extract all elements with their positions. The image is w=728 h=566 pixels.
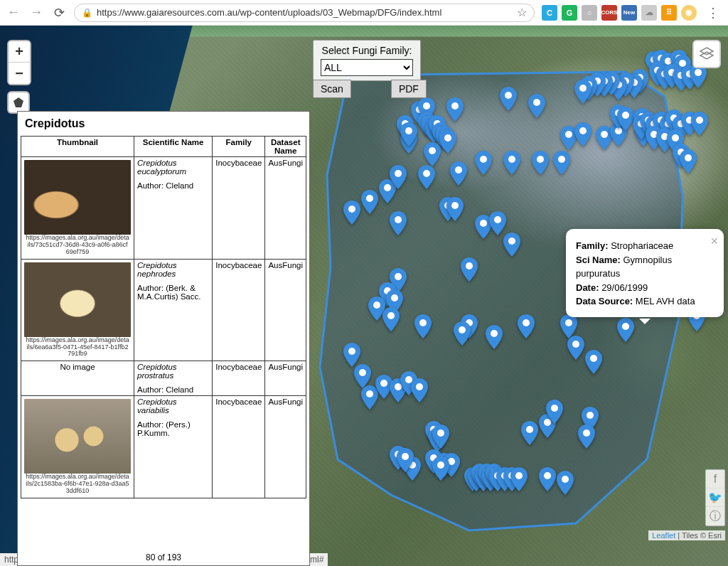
- ext-icon[interactable]: CORS: [601, 5, 617, 21]
- map-marker[interactable]: [567, 336, 584, 360]
- zoom-out-button[interactable]: −: [9, 63, 30, 84]
- close-icon[interactable]: ×: [710, 232, 718, 251]
- map-marker[interactable]: [510, 467, 528, 491]
- map-marker[interactable]: [475, 151, 492, 175]
- map-marker[interactable]: [578, 424, 595, 449]
- map-marker[interactable]: [486, 325, 503, 349]
- svg-point-38: [373, 301, 380, 309]
- browser-menu-button[interactable]: ⋮: [704, 5, 722, 21]
- ext-icon[interactable]: ☁: [641, 5, 657, 21]
- dataset-cell: AusFungi: [265, 396, 306, 498]
- map-marker[interactable]: [680, 149, 697, 173]
- map-marker[interactable]: [446, 97, 464, 122]
- map-marker[interactable]: [390, 211, 407, 235]
- table-row[interactable]: No imageCrepidotus prostratusAuthor: Cle…: [21, 361, 306, 396]
- svg-point-31: [451, 202, 459, 209]
- table-row[interactable]: https://images.ala.org.au/image/details/…: [21, 396, 306, 498]
- ext-icon[interactable]: ○: [582, 5, 597, 21]
- map-marker[interactable]: [528, 94, 545, 118]
- table-row[interactable]: https://images.ala.org.au/image/details/…: [21, 157, 306, 260]
- scan-button[interactable]: Scan: [313, 80, 351, 98]
- svg-point-39: [391, 294, 398, 301]
- svg-point-120: [672, 134, 679, 142]
- map-marker[interactable]: [691, 112, 708, 136]
- zoom-in-button[interactable]: +: [9, 41, 30, 63]
- map-marker[interactable]: [503, 233, 520, 257]
- map-marker[interactable]: [532, 151, 549, 175]
- svg-point-6: [405, 127, 412, 134]
- facebook-icon[interactable]: f: [706, 470, 724, 488]
- thumbnail-url: https://images.ala.org.au/image/details/…: [24, 337, 131, 360]
- svg-point-49: [622, 323, 629, 330]
- polygon-icon: [13, 97, 24, 108]
- thumbnail-image[interactable]: [24, 399, 131, 474]
- map-marker[interactable]: [553, 151, 570, 175]
- map-marker[interactable]: [518, 314, 535, 338]
- map-marker[interactable]: [503, 151, 520, 175]
- map-marker[interactable]: [574, 80, 592, 104]
- ext-icon[interactable]: New: [621, 5, 637, 21]
- svg-point-0: [348, 205, 355, 213]
- map-marker[interactable]: [500, 87, 517, 111]
- dataset-cell: AusFungi: [265, 259, 306, 361]
- map-marker[interactable]: [361, 190, 378, 214]
- twitter-icon[interactable]: 🐦: [706, 488, 724, 507]
- layers-control[interactable]: [692, 40, 721, 68]
- ext-icon[interactable]: G: [562, 5, 577, 21]
- map-marker[interactable]: [546, 400, 563, 424]
- leaflet-link[interactable]: Leaflet: [652, 531, 675, 540]
- info-icon[interactable]: ⓘ: [706, 507, 724, 525]
- map-marker[interactable]: [539, 467, 556, 491]
- bookmark-star-icon[interactable]: ☆: [517, 6, 527, 19]
- map-marker[interactable]: [418, 165, 435, 189]
- map-marker[interactable]: [521, 421, 538, 445]
- map-marker[interactable]: [574, 122, 592, 146]
- map-marker[interactable]: [397, 448, 414, 472]
- table-row[interactable]: https://images.ala.org.au/image/details/…: [21, 259, 306, 361]
- svg-point-44: [491, 330, 498, 337]
- address-bar[interactable]: 🔒 https://www.gaiaresources.com.au/wp-co…: [74, 4, 535, 22]
- map-marker[interactable]: [354, 364, 371, 388]
- svg-point-17: [429, 147, 436, 154]
- map-marker[interactable]: [454, 321, 471, 346]
- marker-info-popup: × Family: Strophariaceae Sci Name: Gymno…: [566, 229, 724, 317]
- map-marker[interactable]: [343, 201, 360, 225]
- ext-icon[interactable]: ◉: [681, 5, 697, 21]
- reload-button[interactable]: ⟳: [51, 5, 67, 21]
- svg-point-79: [544, 472, 551, 479]
- map-marker[interactable]: [617, 318, 634, 342]
- map-marker[interactable]: [432, 424, 449, 449]
- map-marker[interactable]: [560, 314, 577, 338]
- map-marker[interactable]: [414, 314, 432, 338]
- pdf-button[interactable]: PDF: [391, 80, 427, 98]
- map-marker[interactable]: [446, 197, 464, 221]
- ext-icon[interactable]: C: [542, 5, 557, 21]
- svg-point-125: [505, 92, 512, 99]
- svg-point-25: [565, 131, 572, 138]
- map-marker[interactable]: [411, 378, 428, 402]
- map-marker[interactable]: [557, 471, 574, 495]
- map-marker[interactable]: [390, 165, 407, 189]
- map-marker[interactable]: [617, 107, 634, 131]
- svg-point-117: [696, 117, 703, 124]
- forward-button[interactable]: →: [28, 5, 44, 21]
- family-select[interactable]: ALL: [321, 59, 413, 76]
- map-marker[interactable]: [382, 307, 400, 331]
- map-marker[interactable]: [461, 257, 478, 282]
- map-marker[interactable]: [439, 129, 456, 154]
- author-text: Author: (Pers.) P.Kumm.: [137, 420, 209, 437]
- map-marker[interactable]: [450, 161, 467, 186]
- map-marker[interactable]: [432, 456, 449, 481]
- map-marker[interactable]: [400, 122, 417, 146]
- thumbnail-image[interactable]: [24, 262, 131, 337]
- svg-point-67: [437, 461, 444, 469]
- map-marker[interactable]: [343, 343, 360, 367]
- back-button[interactable]: ←: [6, 5, 21, 21]
- map-marker[interactable]: [424, 142, 441, 166]
- map-marker[interactable]: [585, 350, 602, 374]
- svg-point-33: [494, 216, 501, 223]
- ext-icon[interactable]: ⠿: [661, 5, 677, 21]
- map-marker[interactable]: [489, 211, 506, 235]
- svg-point-26: [579, 127, 587, 134]
- thumbnail-image[interactable]: [24, 160, 131, 235]
